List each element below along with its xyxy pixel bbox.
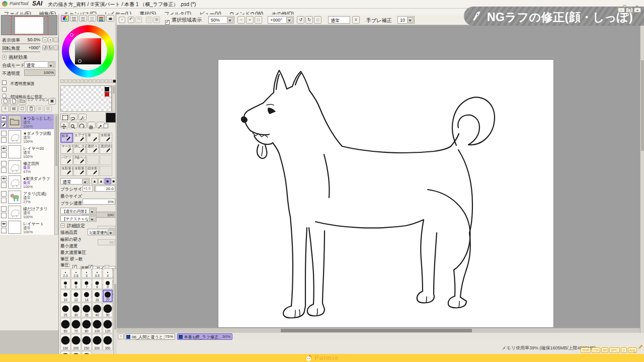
size-preset-200[interactable]: 200 — [71, 334, 81, 350]
palette-swatch[interactable] — [60, 79, 64, 83]
texture-select[interactable]: 【テクスチャなし】 — [60, 215, 97, 222]
hand-tool[interactable] — [88, 122, 96, 128]
size-preset-14[interactable]: 14 — [82, 290, 92, 302]
palette-swatch[interactable] — [109, 79, 112, 83]
layer-paint-indicator[interactable] — [1, 228, 7, 233]
drawing-canvas[interactable] — [218, 60, 553, 327]
blend-mode-select[interactable]: 通常 — [24, 61, 55, 68]
quality-select[interactable]: 1(速度優先) — [88, 229, 115, 235]
brush-mode-select[interactable]: 通常 — [60, 178, 90, 185]
move-tool[interactable] — [60, 122, 68, 128]
zoom-reset-button[interactable]: □ — [53, 37, 58, 42]
delete-layer-button[interactable] — [27, 106, 35, 112]
v-scrollbar-thumb[interactable] — [641, 60, 644, 151]
size-preset-6[interactable]: 6 — [71, 279, 81, 289]
layer-paint-indicator[interactable] — [1, 122, 7, 128]
chevron-down-icon[interactable] — [89, 216, 96, 221]
h-scrollbar-thumb[interactable] — [281, 329, 472, 332]
palette-swatch[interactable] — [93, 79, 96, 83]
foreground-color-chip[interactable] — [106, 113, 116, 123]
size-preset-120[interactable]: 120 — [103, 318, 113, 333]
tip-shape-square1[interactable]: ■ — [105, 178, 111, 185]
undo-button[interactable]: ↶ — [128, 17, 134, 23]
child-restore-button[interactable]: ❐ — [626, 8, 633, 13]
brush-tool-9[interactable]: バケツ — [60, 155, 73, 165]
tab-doc-1[interactable]: 06_人間と違うとこ同... 75% — [125, 333, 175, 340]
size-preset-3.5[interactable]: 3.5 — [92, 268, 102, 278]
size-preset-12[interactable]: 12 — [71, 290, 81, 302]
palette-swatch[interactable] — [97, 79, 100, 83]
brush-tool-7[interactable]: 選択ペン — [87, 144, 99, 154]
rgb-slider-tab[interactable] — [70, 15, 78, 22]
size-preset-80[interactable]: 80 — [82, 318, 92, 333]
layer-paint-indicator[interactable] — [1, 213, 7, 218]
palette-swatch[interactable] — [72, 79, 76, 83]
size-preset-25[interactable]: 25 — [60, 303, 70, 317]
size-preset-2.3[interactable]: 2.3 — [60, 268, 70, 278]
tab-doc-2[interactable]: 本番1(横_ラフ修正... 50% — [177, 333, 232, 340]
view-zoom-slider[interactable] — [2, 43, 40, 44]
color-mixer-tab[interactable] — [88, 15, 96, 22]
brush-tool-10[interactable]: 2値ペン — [73, 155, 86, 165]
layer-opacity-slider[interactable]: 100% — [24, 69, 55, 76]
canvas-zoom-reset-button[interactable]: □ — [255, 16, 262, 24]
canvas-rotation-select[interactable]: +000° — [268, 16, 294, 24]
layer-paint-indicator[interactable] — [1, 167, 7, 173]
tip-shape-square2[interactable]: ■ — [111, 178, 116, 185]
new-layer-set-button[interactable] — [19, 98, 26, 105]
palette-swatch[interactable] — [68, 79, 72, 83]
size-preset-100[interactable]: 100 — [92, 318, 102, 333]
transfer-down-button[interactable]: ⇩ — [2, 106, 9, 112]
tab-list-button[interactable]: ▫ — [118, 333, 124, 339]
brush-tool-2[interactable]: エアブラシ — [73, 133, 86, 143]
size-preset-10[interactable]: 10 — [60, 290, 70, 302]
size-preset-7[interactable]: 7 — [82, 279, 92, 289]
brush-tool-4[interactable]: 水彩筆 — [100, 133, 112, 143]
size-preset-70[interactable]: 70 — [71, 318, 81, 333]
canvas-rotate-ccw-button[interactable]: ↺ — [297, 16, 304, 24]
navigator-preview[interactable] — [1, 15, 57, 35]
selection-mode-button[interactable]: ≡ — [352, 16, 360, 24]
rotate-view-tool[interactable] — [78, 122, 87, 128]
layer-row-1[interactable]: ★つるっとした..通常100% — [0, 114, 54, 130]
hue-marker[interactable] — [70, 33, 73, 37]
rotate-ccw-button[interactable]: ↺ — [42, 45, 47, 50]
layer-row-7[interactable]: 線だけアタリ通常100% — [0, 205, 54, 220]
scratch-red-swatch[interactable] — [105, 92, 109, 97]
layer-visibility-toggle[interactable] — [1, 176, 7, 182]
layer-visibility-toggle[interactable] — [1, 161, 7, 166]
scratchpad-scrollbar[interactable] — [112, 85, 116, 112]
selection-source-checkbox[interactable] — [2, 94, 7, 98]
size-preset-50[interactable]: 50 — [103, 303, 113, 317]
child-close-button[interactable]: × — [634, 8, 641, 13]
layer-row-5[interactable]: ●実演ダメラフ乗算100% — [0, 174, 54, 190]
brush-tool-5[interactable]: マーカー — [60, 144, 73, 154]
canvas-h-scrollbar[interactable] — [117, 328, 640, 333]
new-vector-layer-button[interactable] — [10, 98, 18, 105]
palette-swatch[interactable] — [89, 79, 92, 83]
tip-shape-triangle2[interactable]: ▲ — [98, 178, 104, 185]
show-selection-checkbox[interactable] — [165, 20, 170, 25]
selection-mode-select[interactable]: 通常 — [328, 16, 350, 24]
layer-paint-indicator[interactable] — [1, 152, 7, 158]
layer-paint-indicator[interactable] — [1, 183, 7, 188]
chevron-down-icon[interactable] — [407, 17, 414, 23]
size-preset-9[interactable]: 9 — [103, 279, 113, 289]
size-preset-2.6[interactable]: 2.6 — [71, 268, 81, 278]
scratchpad[interactable] — [60, 85, 112, 112]
canvas-rotate-cw-button[interactable]: ↻ — [305, 16, 313, 24]
layer-row-3[interactable]: レイヤー20通常100% — [0, 144, 54, 160]
layer-visibility-toggle[interactable] — [1, 206, 7, 212]
canvas-rotate-reset-button[interactable]: □ — [314, 16, 321, 24]
palette-swatch[interactable] — [76, 79, 80, 83]
canvas-workspace[interactable] — [117, 25, 644, 333]
zoom-out-button[interactable]: − — [42, 37, 47, 42]
size-preset-300[interactable]: 300 — [92, 334, 102, 350]
chevron-down-icon[interactable] — [108, 230, 114, 234]
chevron-down-icon[interactable] — [82, 179, 89, 184]
size-preset-250[interactable]: 250 — [82, 334, 92, 350]
layer-row-6[interactable]: アタリ(完成)通常27% — [0, 190, 54, 205]
brush-size-slider[interactable]: 20.0 — [94, 186, 115, 192]
palette-swatch[interactable] — [80, 79, 84, 83]
palette-swatch[interactable] — [64, 79, 68, 83]
